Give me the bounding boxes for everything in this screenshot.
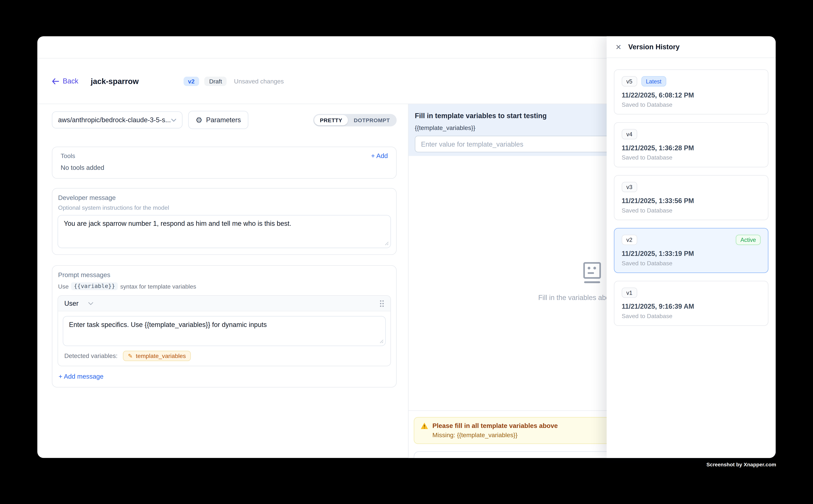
warning-title: Please fill in all template variables ab… [432,422,558,429]
version-timestamp: 11/21/2025, 1:36:28 PM [622,144,761,152]
resize-handle-icon[interactable] [385,241,389,246]
version-number-badge: v4 [622,129,637,139]
developer-message-sublabel: Optional system instructions for the mod… [57,205,391,211]
add-tool-label: Add [376,152,388,160]
version-history-title: Version History [628,43,680,51]
version-timestamp: 11/21/2025, 1:33:56 PM [622,197,761,205]
active-badge: Active [736,235,761,245]
watermark-text: Screenshot by Xnapper.com [706,462,776,467]
version-badge: v2 [183,76,199,86]
back-button[interactable]: Back [52,77,78,85]
add-tool-button[interactable]: + Add [371,152,388,160]
message-role-header: User [58,296,390,311]
tools-card: Tools + Add No tools added [52,147,397,179]
version-history-list: v5 Latest 11/22/2025, 6:08:12 PM Saved t… [606,58,776,345]
prompt-messages-card: Prompt messages Use {{variable}} syntax … [52,265,397,388]
version-number-badge: v2 [622,235,637,245]
arrow-left-icon [52,78,59,84]
drag-handle-icon[interactable] [380,300,384,307]
version-card[interactable]: v4 11/21/2025, 1:36:28 PM Saved to Datab… [614,122,768,167]
view-mode-toggle: PRETTY DOTPROMPT [313,114,397,126]
syntax-prefix: Use [58,283,68,289]
unsaved-changes-text: Unsaved changes [234,78,284,85]
chevron-down-icon [88,302,93,305]
parameters-label: Parameters [206,116,241,124]
toggle-dotprompt[interactable]: DOTPROMPT [348,115,396,125]
prompt-message-block: User Enter task specifics. Use {{templat… [57,295,391,366]
model-selector[interactable]: aws/anthropic/bedrock-claude-3-5-s... [52,111,182,128]
version-saved-text: Saved to Database [622,260,761,266]
role-selector-value: User [64,299,78,307]
close-icon[interactable]: ✕ [616,43,622,50]
robot-icon [583,262,601,284]
pencil-icon: ✎ [128,353,133,359]
version-number-badge: v3 [622,182,637,192]
page-title: jack-sparrow [91,77,139,85]
template-variable-chip[interactable]: ✎ template_variables [123,351,191,361]
developer-message-card: Developer message Optional system instru… [52,188,397,255]
version-card[interactable]: v3 11/21/2025, 1:33:56 PM Saved to Datab… [614,175,768,220]
version-number-badge: v1 [622,287,637,298]
model-selector-value: aws/anthropic/bedrock-claude-3-5-s... [58,116,171,124]
detected-variable-name: template_variables [136,353,186,359]
version-card[interactable]: v5 Latest 11/22/2025, 6:08:12 PM Saved t… [614,69,768,114]
version-history-header: ✕ Version History [606,36,776,58]
prompt-messages-label: Prompt messages [57,271,391,279]
resize-handle-icon[interactable] [380,339,384,343]
back-label: Back [63,77,78,85]
version-card-top: v1 [622,287,761,298]
variable-syntax-chip: {{variable}} [71,282,118,290]
developer-message-label: Developer message [57,194,391,201]
toggle-pretty[interactable]: PRETTY [314,115,348,125]
version-saved-text: Saved to Database [622,154,761,161]
draft-badge: Draft [205,76,227,86]
parameters-button[interactable]: ⚙ Parameters [188,111,248,129]
plus-icon: + [371,152,375,160]
developer-message-input[interactable]: You are jack sparrow number 1, respond a… [57,215,391,248]
chevron-down-icon [171,118,176,121]
detected-variables-row: Detected variables: ✎ template_variables [63,351,386,361]
version-history-panel: ✕ Version History v5 Latest 11/22/2025, … [606,36,776,458]
add-message-button[interactable]: + Add message [57,373,391,380]
version-card[interactable]: v1 11/21/2025, 9:16:39 AM Saved to Datab… [614,281,768,326]
plus-icon: + [59,373,62,380]
user-message-input[interactable]: Enter task specifics. Use {{template_var… [63,316,386,346]
version-saved-text: Saved to Database [622,102,761,108]
version-saved-text: Saved to Database [622,313,761,319]
message-body: Enter task specifics. Use {{template_var… [58,311,390,366]
version-card-top: v5 Latest [622,76,761,86]
warning-icon [421,422,428,429]
syntax-hint: Use {{variable}} syntax for template var… [57,282,391,290]
editor-toolbar: aws/anthropic/bedrock-claude-3-5-s... ⚙ … [52,111,397,129]
gear-icon: ⚙ [195,116,202,124]
add-message-label: Add message [64,373,103,380]
version-card-top: v3 [622,182,761,192]
version-timestamp: 11/21/2025, 9:16:39 AM [622,303,761,310]
version-timestamp: 11/22/2025, 6:08:12 PM [622,91,761,99]
version-card-top: v2 Active [622,235,761,245]
screenshot-stage: Back jack-sparrow v2 Draft Unsaved chang… [0,0,813,504]
tools-empty-text: No tools added [61,164,388,172]
version-card-top: v4 [622,129,761,139]
role-selector[interactable] [88,302,93,305]
syntax-suffix: syntax for template variables [120,283,196,289]
editor-column: aws/anthropic/bedrock-claude-3-5-s... ⚙ … [37,104,408,458]
version-saved-text: Saved to Database [622,207,761,213]
tools-label: Tools [61,152,75,160]
detected-variables-label: Detected variables: [64,352,117,359]
version-card[interactable]: v2 Active 11/21/2025, 1:33:19 PM Saved t… [614,228,768,273]
version-timestamp: 11/21/2025, 1:33:19 PM [622,250,761,258]
version-number-badge: v5 [622,76,637,86]
latest-badge: Latest [641,76,666,86]
